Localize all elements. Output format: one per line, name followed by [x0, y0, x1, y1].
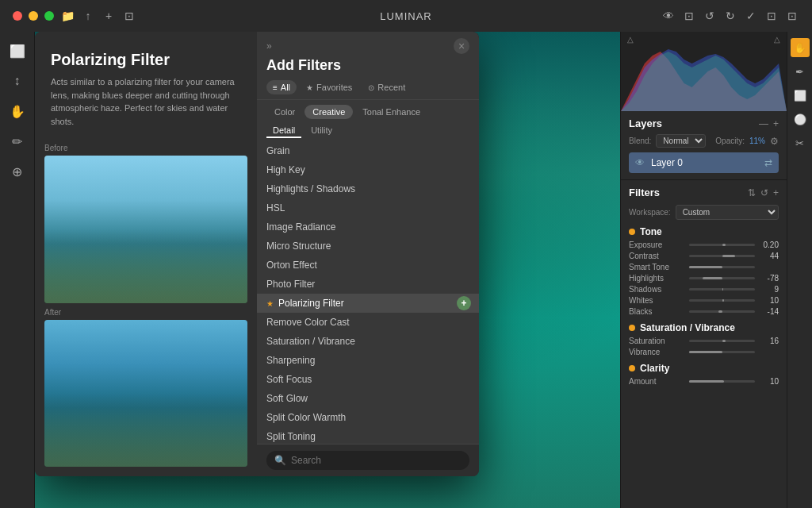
filter-list-item[interactable]: High Key	[257, 160, 479, 179]
filters-add-button[interactable]: +	[773, 187, 779, 198]
expand-icon[interactable]: »	[266, 40, 272, 52]
filter-list-item[interactable]: Photo Filter	[257, 275, 479, 294]
fullscreen-icon[interactable]: ⊡	[785, 9, 799, 23]
detail-tab-utility[interactable]: Utility	[304, 124, 339, 138]
filters-section: Filters ⇅ ↺ + Workspace: Custom ToneExpo…	[621, 179, 787, 508]
preview-icon[interactable]: 👁	[661, 9, 676, 23]
subtab-color[interactable]: Color	[266, 105, 303, 119]
slider-track[interactable]	[689, 255, 755, 257]
opacity-value[interactable]: 11%	[749, 137, 765, 145]
star-icon: ★	[266, 299, 274, 308]
app-title: LUMINAR	[380, 10, 432, 22]
filter-list-item[interactable]: Saturation / Vibrance	[257, 332, 479, 351]
hist-arrow-right: △	[774, 35, 780, 44]
layer-item[interactable]: 👁 Layer 0 ⇄	[629, 152, 779, 173]
close-button[interactable]: ×	[454, 38, 469, 54]
filter-list-item[interactable]: HSL	[257, 198, 479, 217]
slider-track[interactable]	[689, 299, 755, 302]
layer-visibility-icon[interactable]: 👁	[635, 157, 645, 168]
crop-tool[interactable]: ⬜	[5, 38, 30, 64]
filter-list-item[interactable]: Sharpening	[257, 351, 479, 370]
workspace-select[interactable]: Custom	[676, 205, 779, 220]
filters-refresh-icon[interactable]: ↺	[760, 187, 768, 198]
filters-sort-icon[interactable]: ⇅	[748, 187, 756, 198]
hist-arrow-left: △	[627, 35, 634, 44]
filter-list-item[interactable]: Image Radiance	[257, 217, 479, 237]
subtab-tonal[interactable]: Tonal Enhance	[354, 105, 428, 119]
circle-tool-right[interactable]: ⚪	[791, 110, 810, 129]
layout-icon[interactable]: ⊡	[122, 9, 136, 23]
hand-tool-right[interactable]: ✋	[791, 38, 810, 57]
filter-item-label: Image Radiance	[266, 221, 335, 233]
filter-list-item[interactable]: Soft Glow	[257, 389, 479, 408]
add-filter-button[interactable]: +	[457, 296, 471, 310]
favorites-tab-icon: ★	[306, 83, 313, 92]
redo-icon[interactable]: ↻	[723, 9, 737, 23]
canvas-area[interactable]: Polarizing Filter Acts similar to a pola…	[35, 32, 620, 508]
filter-list-item[interactable]: Highlights / Shadows	[257, 179, 479, 198]
filter-list-item[interactable]: Micro Structure	[257, 237, 479, 256]
hand-tool[interactable]: ✋	[5, 98, 30, 124]
filter-list-item[interactable]: Split Color Warmth	[257, 408, 479, 427]
slider-row: Saturation16	[629, 337, 779, 345]
filters-actions: ⇅ ↺ +	[748, 187, 779, 198]
filter-list-item[interactable]: Soft Focus	[257, 370, 479, 389]
detail-tab-detail[interactable]: Detail	[266, 124, 301, 138]
slider-value: 16	[760, 337, 779, 345]
view-icon[interactable]: ⊡	[682, 9, 696, 23]
city-overlay-before	[44, 229, 247, 303]
clone-tool[interactable]: ⊕	[5, 159, 30, 184]
subtab-creative[interactable]: Creative	[304, 105, 353, 119]
left-toolbar: ⬜ ↕ ✋ ✏ ⊕	[0, 32, 35, 508]
undo-icon[interactable]: ↺	[703, 9, 717, 23]
layer-settings-icon[interactable]: ⇄	[764, 157, 772, 168]
blend-select[interactable]: Normal	[656, 134, 706, 148]
slider-row: Amount10	[629, 377, 779, 386]
slider-track[interactable]	[689, 277, 755, 279]
layer-name: Layer 0	[651, 157, 758, 168]
slider-track[interactable]	[689, 380, 755, 383]
filter-group-dot	[629, 325, 635, 331]
slider-track[interactable]	[689, 266, 755, 268]
slider-fill	[722, 288, 724, 291]
filter-group-header: Clarity	[629, 363, 779, 374]
gear-icon[interactable]: ⚙	[770, 136, 779, 147]
close-window-button[interactable]	[13, 11, 22, 21]
brush-tool[interactable]: ✏	[5, 129, 30, 154]
tab-all[interactable]: ≡ All	[266, 80, 297, 94]
filter-group: Saturation / VibranceSaturation16Vibranc…	[629, 322, 779, 356]
filter-list-item[interactable]: Split Toning	[257, 427, 479, 444]
slider-track[interactable]	[689, 351, 755, 353]
pen-tool-right[interactable]: ✒	[791, 62, 810, 81]
scissors-tool-right[interactable]: ✂	[791, 133, 810, 152]
filter-list-item[interactable]: ★Polarizing Filter+	[257, 294, 479, 313]
search-input[interactable]	[291, 455, 462, 466]
layers-minus-button[interactable]: —	[759, 118, 768, 129]
minimize-window-button[interactable]	[29, 11, 38, 21]
upload-icon[interactable]: ↑	[81, 9, 95, 23]
slider-row: Whites10	[629, 296, 779, 305]
filter-list-item[interactable]: Remove Color Cast	[257, 313, 479, 332]
maximize-window-button[interactable]	[44, 11, 54, 21]
transform-tool[interactable]: ↕	[5, 68, 30, 94]
filter-list-item[interactable]: Orton Effect	[257, 256, 479, 275]
tab-recent[interactable]: ⊙ Recent	[362, 80, 412, 94]
filter-group: ClarityAmount10	[629, 363, 779, 386]
tab-favorites-label: Favorites	[316, 83, 352, 92]
slider-track[interactable]	[689, 244, 755, 246]
slider-track[interactable]	[689, 288, 755, 291]
slider-track[interactable]	[689, 310, 755, 313]
slider-track[interactable]	[689, 340, 755, 342]
tab-favorites[interactable]: ★ Favorites	[300, 80, 358, 94]
filter-list-item[interactable]: Grain	[257, 141, 479, 160]
filter-item-label: Sharpening	[266, 355, 315, 366]
add-icon[interactable]: +	[102, 9, 116, 23]
layers-add-button[interactable]: +	[773, 118, 779, 129]
slider-fill	[722, 340, 726, 342]
search-icon: 🔍	[274, 455, 286, 466]
slider-row: Vibrance	[629, 348, 779, 356]
square-tool-right[interactable]: ⬜	[791, 86, 810, 105]
export-icon[interactable]: ⊡	[764, 9, 779, 23]
folder-icon[interactable]: 📁	[60, 9, 75, 23]
check-icon[interactable]: ✓	[744, 9, 758, 23]
